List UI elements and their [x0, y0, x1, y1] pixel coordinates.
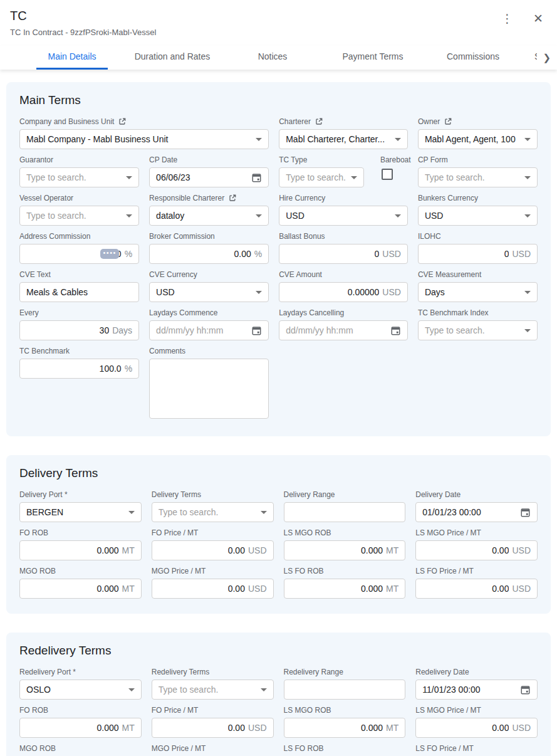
chevron-down-icon — [524, 291, 531, 294]
charterer-select[interactable]: Mabl Charterer, Charter... — [279, 129, 408, 149]
delivery-port-select[interactable]: BERGEN — [19, 502, 142, 522]
kebab-menu-icon[interactable]: ⋮ — [499, 11, 516, 26]
cp-form-select[interactable]: Type to search. — [418, 167, 538, 187]
delivery-ls-mgo-rob-input[interactable]: 0.000MT — [284, 540, 406, 560]
address-commission-input[interactable]: •••• 0 % — [19, 244, 139, 264]
cp-date-input[interactable]: 06/06/23 — [149, 167, 269, 187]
laydays-commence-label: Laydays Commence — [149, 308, 217, 317]
calendar-icon[interactable] — [520, 507, 531, 518]
laydays-cancelling-placeholder: dd/mm/yy hh:mm — [286, 325, 385, 335]
cve-amount-field: CVE Amount 0.00000 USD — [279, 270, 408, 302]
delivery-mgo-price-input[interactable]: 0.00USD — [152, 579, 274, 599]
delivery-ls-fo-price-field: LS FO Price / MT 0.00USD — [415, 567, 538, 599]
calendar-icon[interactable] — [390, 325, 401, 336]
delivery-fo-rob-input[interactable]: 0.000MT — [19, 540, 142, 560]
tab-notices[interactable]: Notices — [222, 46, 323, 70]
delivery-date-input[interactable]: 01/01/23 00:00 — [415, 502, 538, 522]
redelivery-ls-mgo-price-input[interactable]: 0.00USD — [415, 718, 538, 738]
tc-benchmark-input[interactable]: 100.0 % — [19, 359, 139, 379]
redelivery-port-select[interactable]: OSLO — [19, 680, 142, 700]
hire-currency-select[interactable]: USD — [279, 206, 408, 226]
cve-amount-input[interactable]: 0.00000 USD — [279, 282, 408, 302]
redelivery-date-input[interactable]: 11/01/23 00:00 — [415, 680, 538, 700]
broker-commission-label: Broker Commission — [149, 232, 215, 241]
redelivery-fo-rob-input[interactable]: 0.000MT — [19, 718, 142, 738]
redelivery-fo-price-input[interactable]: 0.00USD — [152, 718, 274, 738]
every-field: Every 30 Days — [19, 308, 139, 340]
tc-type-placeholder: Type to search. — [286, 172, 346, 182]
ilohc-input[interactable]: 0 USD — [418, 244, 538, 264]
every-value: 30 — [100, 325, 110, 335]
tab-bar: Main Details Duration and Rates Notices … — [0, 46, 557, 70]
chevron-right-icon[interactable]: ❯ — [540, 47, 557, 70]
cp-date-label: CP Date — [149, 155, 177, 164]
cve-currency-field: CVE Currency USD — [149, 270, 269, 302]
laydays-cancelling-input[interactable]: dd/mm/yy hh:mm — [279, 320, 408, 340]
company-and-business-unit-select[interactable]: Mabl Company - Mabl Business Unit — [19, 129, 269, 149]
tab-duration-and-rates[interactable]: Duration and Rates — [122, 46, 222, 70]
redelivery-fo-price-unit: USD — [248, 723, 267, 733]
redelivery-ls-mgo-rob-input[interactable]: 0.000MT — [284, 718, 406, 738]
vessel-operator-select[interactable]: Type to search. — [19, 206, 139, 226]
every-input[interactable]: 30 Days — [19, 320, 139, 340]
delivery-terms-select[interactable]: Type to search. — [152, 502, 274, 522]
comments-textarea[interactable] — [149, 359, 269, 419]
delivery-range-input[interactable] — [284, 502, 406, 522]
tc-type-select[interactable]: Type to search. — [279, 167, 364, 187]
redelivery-fo-rob-label: FO ROB — [19, 706, 48, 715]
redelivery-range-input[interactable] — [284, 680, 406, 700]
guarantor-select[interactable]: Type to search. — [19, 167, 139, 187]
delivery-mgo-rob-input[interactable]: 0.000MT — [19, 579, 142, 599]
tc-benchmark-index-select[interactable]: Type to search. — [418, 320, 538, 340]
tab-payment-terms[interactable]: Payment Terms — [323, 46, 423, 70]
bunkers-currency-field: Bunkers Currency USD — [418, 194, 538, 226]
tc-benchmark-unit: % — [125, 364, 132, 374]
external-link-icon[interactable] — [118, 117, 127, 126]
external-link-icon[interactable] — [228, 194, 237, 202]
charterer-field: Charterer Mabl Charterer, Charter... — [279, 117, 408, 149]
dialog-header: TC TC In Contract - 9zzfPSroki-Mabl-Vess… — [0, 0, 557, 37]
external-link-icon[interactable] — [444, 117, 452, 126]
hire-currency-label: Hire Currency — [279, 194, 325, 202]
broker-commission-input[interactable]: 0.00 % — [149, 244, 269, 264]
tab-main-details[interactable]: Main Details — [22, 46, 122, 70]
delivery-fo-price-field: FO Price / MT 0.00USD — [152, 528, 274, 560]
bareboat-checkbox[interactable] — [382, 169, 393, 180]
calendar-icon[interactable] — [251, 172, 262, 183]
tc-benchmark-index-label: TC Benchmark Index — [418, 308, 489, 317]
broker-commission-value: 0.00 — [234, 249, 251, 259]
chevron-down-icon — [261, 688, 267, 691]
bunkers-currency-select[interactable]: USD — [418, 206, 538, 226]
delivery-ls-mgo-rob-field: LS MGO ROB 0.000MT — [284, 528, 406, 560]
ballast-bonus-input[interactable]: 0 USD — [279, 244, 408, 264]
close-icon[interactable]: ✕ — [531, 11, 546, 26]
delivery-port-label: Delivery Port * — [19, 490, 68, 499]
external-link-icon[interactable] — [315, 117, 323, 126]
chevron-down-icon — [261, 511, 267, 514]
laydays-commence-input[interactable]: dd/mm/yy hh:mm — [149, 320, 269, 340]
delivery-ls-fo-rob-input[interactable]: 0.000MT — [284, 579, 406, 599]
cve-amount-unit: USD — [382, 287, 401, 297]
calendar-icon[interactable] — [520, 685, 531, 695]
delivery-fo-price-input[interactable]: 0.00USD — [152, 540, 274, 560]
delivery-ls-fo-rob-label: LS FO ROB — [284, 567, 324, 575]
delivery-fo-rob-value: 0.000 — [96, 545, 118, 555]
address-commission-field: Address Commission •••• 0 % — [19, 232, 139, 264]
responsible-charterer-select[interactable]: dataloy — [149, 206, 269, 226]
delivery-ls-fo-price-input[interactable]: 0.00USD — [415, 579, 538, 599]
chevron-down-icon — [256, 214, 262, 218]
cve-currency-select[interactable]: USD — [149, 282, 269, 302]
tab-overflow-clipped[interactable]: S — [523, 46, 537, 70]
cve-measurement-select[interactable]: Days — [418, 282, 538, 302]
owner-value: Mabl Agent, Agent, 100 — [425, 134, 519, 144]
cve-text-input[interactable]: Meals & Cables — [19, 282, 139, 302]
ballast-bonus-label: Ballast Bonus — [279, 232, 325, 241]
calendar-icon[interactable] — [251, 325, 262, 336]
redelivery-terms-select[interactable]: Type to search. — [152, 680, 274, 700]
vessel-operator-placeholder: Type to search. — [26, 211, 121, 221]
delivery-ls-mgo-price-input[interactable]: 0.00USD — [415, 540, 538, 560]
delivery-date-label: Delivery Date — [415, 490, 461, 499]
delivery-ls-fo-rob-value: 0.000 — [361, 584, 383, 594]
tab-commissions[interactable]: Commissions — [423, 46, 523, 70]
owner-select[interactable]: Mabl Agent, Agent, 100 — [418, 129, 538, 149]
